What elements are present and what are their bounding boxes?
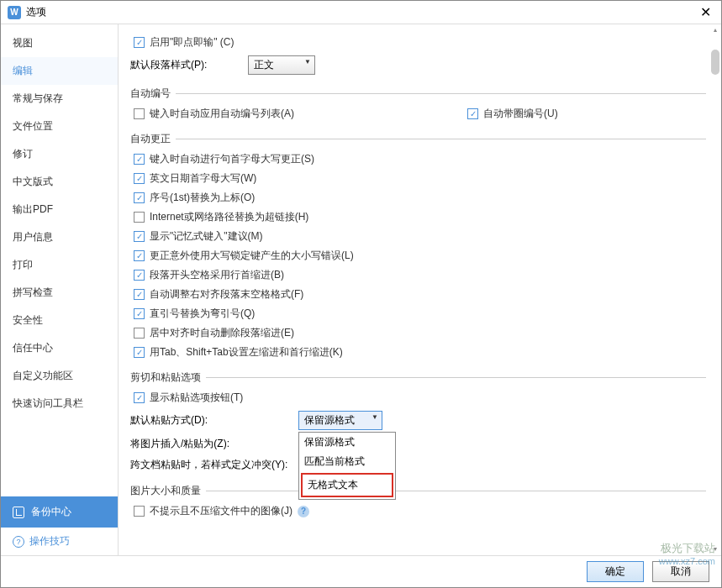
sidebar-item-general-save[interactable]: 常规与保存 (1, 85, 118, 113)
default-para-style-select[interactable]: 正文 (248, 55, 315, 75)
sidebar-item-revision[interactable]: 修订 (1, 140, 118, 168)
ac-label-7: 自动调整右对齐段落末空格格式(F) (150, 287, 303, 302)
show-paste-btn-label: 显示粘贴选项按钮(T) (150, 391, 243, 405)
apply-list-checkbox[interactable]: ✓ (134, 108, 145, 119)
show-paste-btn-checkbox[interactable]: ✓ (134, 392, 145, 403)
ac-checkbox-4[interactable]: ✓ (134, 231, 145, 242)
ac-label-9: 居中对齐时自动删除段落缩进(E) (150, 326, 294, 340)
sidebar-item-security[interactable]: 安全性 (1, 307, 118, 334)
footer: 确定 取消 (1, 555, 721, 587)
ac-checkbox-7[interactable]: ✓ (134, 289, 145, 300)
ac-label-6: 段落开头空格采用行首缩进(B) (150, 268, 284, 282)
no-compress-checkbox[interactable]: ✓ (134, 506, 145, 517)
tips-label: 操作技巧 (29, 534, 70, 549)
backup-center-button[interactable]: 备份中心 (1, 496, 118, 528)
ac-label-4: 显示"记忆式键入"建议(M) (150, 229, 263, 244)
dialog-title: 选项 (26, 5, 697, 19)
ac-label-8: 直引号替换为弯引号(Q) (150, 307, 255, 321)
sidebar-item-trust-center[interactable]: 信任中心 (1, 334, 118, 362)
dropdown-opt-plain-text[interactable]: 无格式文本 (301, 473, 393, 497)
dropdown-opt-keep-source[interactable]: 保留源格式 (299, 433, 395, 452)
ac-label-10: 用Tab、Shift+Tab设置左缩进和首行缩进(K) (150, 345, 343, 360)
ac-label-3: Internet或网络路径替换为超链接(H) (150, 210, 308, 224)
sidebar: 视图 编辑 常规与保存 文件位置 修订 中文版式 输出PDF 用户信息 打印 拼… (1, 24, 119, 555)
backup-label: 备份中心 (31, 505, 71, 519)
ac-checkbox-8[interactable]: ✓ (134, 308, 145, 319)
paste-dropdown: 保留源格式 匹配当前格式 无格式文本 (298, 432, 396, 500)
backup-icon (13, 507, 24, 518)
ac-checkbox-0[interactable]: ✓ (134, 154, 145, 165)
sidebar-item-print[interactable]: 打印 (1, 251, 118, 279)
sidebar-item-user-info[interactable]: 用户信息 (1, 223, 118, 251)
ac-checkbox-2[interactable]: ✓ (134, 192, 145, 203)
ac-checkbox-10[interactable]: ✓ (134, 347, 145, 358)
scroll-up-icon[interactable]: ▴ (711, 26, 719, 34)
tips-link[interactable]: ? 操作技巧 (1, 528, 118, 555)
ac-label-1: 英文日期首字母大写(W) (150, 171, 256, 186)
sidebar-item-edit[interactable]: 编辑 (1, 57, 118, 85)
ring-number-label: 自动带圈编号(U) (483, 107, 558, 121)
tips-icon: ? (13, 536, 24, 548)
sidebar-item-view[interactable]: 视图 (1, 29, 118, 57)
sidebar-item-file-location[interactable]: 文件位置 (1, 113, 118, 140)
dropdown-opt-match-current[interactable]: 匹配当前格式 (299, 452, 395, 471)
auto-correct-header: 自动更正 (130, 132, 171, 146)
help-icon[interactable]: ? (298, 506, 309, 517)
default-paste-label: 默认粘贴方式(D): (130, 413, 290, 428)
sidebar-item-spellcheck[interactable]: 拼写检查 (1, 279, 118, 307)
ok-button[interactable]: 确定 (587, 561, 644, 582)
sidebar-item-customize-ribbon[interactable]: 自定义功能区 (1, 362, 118, 390)
click-type-label: 启用"即点即输" (C) (150, 35, 235, 50)
close-icon[interactable]: ✕ (697, 4, 714, 20)
default-para-style-label: 默认段落样式(P): (130, 58, 240, 72)
cross-doc-label: 跨文档粘贴时，若样式定义冲突(Y): (130, 458, 290, 472)
titlebar: W 选项 ✕ (1, 1, 721, 24)
cancel-button[interactable]: 取消 (652, 561, 709, 582)
ac-checkbox-6[interactable]: ✓ (134, 270, 145, 281)
ac-checkbox-9[interactable]: ✓ (134, 328, 145, 339)
scroll-down-icon[interactable]: ▾ (711, 545, 719, 554)
insert-image-label: 将图片插入/粘贴为(Z): (130, 437, 290, 451)
sidebar-item-output-pdf[interactable]: 输出PDF (1, 196, 118, 223)
image-quality-header: 图片大小和质量 (130, 484, 201, 498)
content-panel: ▴ ▾ ✓ 启用"即点即输" (C) 默认段落样式(P): 正文 自动编号 ✓ … (119, 24, 721, 555)
no-compress-label: 不提示且不压缩文件中的图像(J) (150, 504, 292, 518)
apply-list-label: 键入时自动应用自动编号列表(A) (150, 107, 294, 121)
click-type-checkbox[interactable]: ✓ (134, 37, 145, 48)
ac-label-2: 序号(1st)替换为上标(O) (150, 191, 255, 205)
sidebar-item-chinese-layout[interactable]: 中文版式 (1, 168, 118, 196)
ac-label-5: 更正意外使用大写锁定键产生的大小写错误(L) (150, 249, 354, 263)
ac-checkbox-5[interactable]: ✓ (134, 250, 145, 261)
auto-number-header: 自动编号 (130, 87, 171, 101)
default-paste-select[interactable]: 保留源格式 (298, 411, 382, 430)
ac-checkbox-3[interactable]: ✓ (134, 212, 145, 223)
cut-paste-header: 剪切和粘贴选项 (130, 370, 201, 385)
ac-label-0: 键入时自动进行句首字母大写更正(S) (150, 152, 314, 166)
scrollbar-thumb[interactable] (711, 50, 719, 75)
sidebar-item-quick-access[interactable]: 快速访问工具栏 (1, 390, 118, 417)
ring-number-checkbox[interactable]: ✓ (467, 108, 478, 119)
ac-checkbox-1[interactable]: ✓ (134, 173, 145, 184)
app-icon: W (8, 6, 21, 19)
